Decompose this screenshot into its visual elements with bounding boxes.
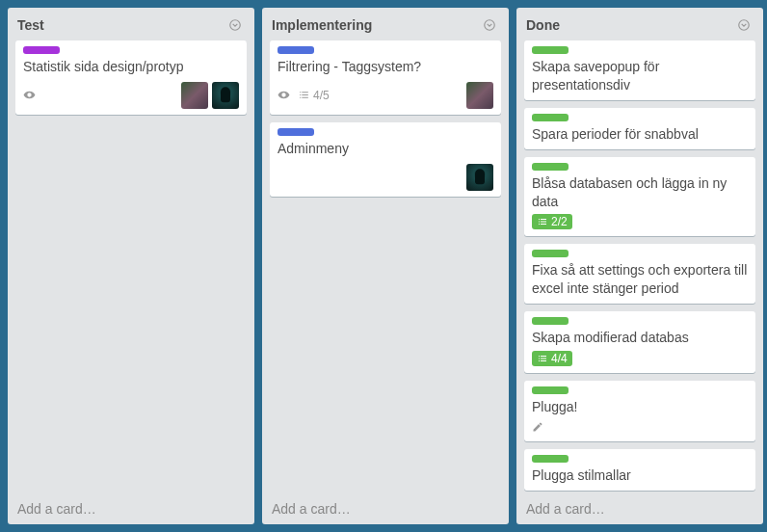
card-title: Adminmeny: [278, 140, 493, 158]
list: Implementering Filtrering - Taggsystem?4…: [262, 8, 509, 524]
card-label: [532, 250, 569, 257]
svg-point-1: [485, 20, 495, 31]
card-badges: 4/5: [278, 89, 330, 102]
card-title: Spara perioder för snabbval: [532, 125, 748, 144]
card-label: [532, 46, 569, 54]
checklist-badge: 2/2: [532, 214, 572, 229]
add-card-button[interactable]: Add a card…: [8, 493, 254, 524]
list-menu-icon[interactable]: [734, 15, 754, 35]
card-title: Filtrering - Taggsystem?: [278, 58, 493, 76]
list-header: Done: [516, 8, 763, 40]
cards-container: Filtrering - Taggsystem?4/5Adminmeny: [262, 40, 509, 493]
card[interactable]: Plugga!: [524, 381, 755, 441]
list: Test Statistik sida design/protyp Add a …: [8, 8, 254, 524]
list-header: Implementering: [262, 8, 509, 40]
list-header: Test: [8, 8, 254, 40]
add-card-button[interactable]: Add a card…: [262, 493, 509, 524]
card-title: Plugga stilmallar: [532, 466, 748, 485]
card[interactable]: Statistik sida design/protyp: [15, 40, 247, 115]
avatar[interactable]: [212, 82, 239, 109]
card-members: [466, 164, 493, 191]
list-title[interactable]: Implementering: [272, 17, 372, 33]
card-footer: 4/5: [278, 82, 493, 109]
card-label: [532, 163, 569, 171]
watch-icon: [278, 89, 290, 101]
svg-point-0: [230, 20, 241, 31]
svg-point-2: [739, 20, 750, 31]
card-label: [532, 317, 569, 325]
card-members: [466, 82, 493, 109]
card-title: Skapa modifierad databas: [532, 329, 748, 347]
avatar[interactable]: [466, 164, 493, 191]
list-title[interactable]: Done: [526, 17, 560, 33]
card[interactable]: Plugga stilmallar: [524, 449, 755, 491]
checklist-badge: 4/4: [532, 351, 572, 366]
checklist-badge: 4/5: [298, 89, 330, 102]
card-footer: [23, 82, 239, 109]
avatar[interactable]: [181, 82, 208, 109]
card[interactable]: Skapa modifierad databas4/4: [524, 311, 755, 373]
card-title: Statistik sida design/protyp: [23, 58, 239, 76]
list-menu-icon[interactable]: [480, 15, 499, 35]
avatar[interactable]: [466, 82, 493, 109]
card-label: [532, 455, 569, 463]
card[interactable]: Fixa så att settings och exportera till …: [524, 244, 755, 304]
card-title: Plugga!: [532, 398, 748, 416]
card-label: [532, 114, 569, 121]
card-label: [532, 386, 569, 394]
pencil-icon: [532, 420, 748, 436]
card-label: [23, 46, 60, 54]
card-label: [278, 128, 314, 136]
card-members: [181, 82, 239, 109]
cards-container: Statistik sida design/protyp: [8, 40, 254, 493]
watch-icon: [23, 89, 36, 101]
card-title: Blåsa databasen och lägga in ny data: [532, 174, 748, 211]
add-card-button[interactable]: Add a card…: [516, 493, 763, 524]
card-title: Fixa så att settings och exportera till …: [532, 261, 748, 298]
list: Done Skapa savepopup för presentationsdi…: [516, 8, 763, 524]
card-title: Skapa savepopup för presentationsdiv: [532, 58, 748, 94]
card-label: [278, 46, 314, 54]
card[interactable]: Adminmeny: [270, 122, 501, 197]
card[interactable]: Filtrering - Taggsystem?4/5: [270, 40, 501, 115]
card[interactable]: Blåsa databasen och lägga in ny data2/2: [524, 157, 755, 237]
card[interactable]: Skapa savepopup för presentationsdiv: [524, 40, 755, 100]
list-menu-icon[interactable]: [225, 15, 245, 35]
card-badges: [23, 89, 36, 101]
list-title[interactable]: Test: [17, 17, 44, 33]
cards-container: Skapa savepopup för presentationsdivSpar…: [516, 40, 763, 493]
card-footer: [278, 164, 493, 191]
card[interactable]: Spara perioder för snabbval: [524, 108, 755, 149]
